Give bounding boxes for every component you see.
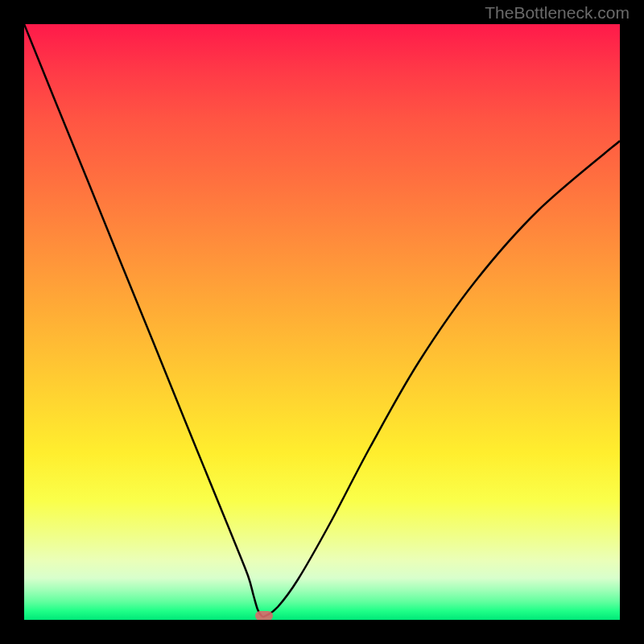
chart-plot-area (24, 24, 620, 620)
curve-svg (24, 24, 620, 620)
bottleneck-curve (24, 24, 620, 617)
optimal-point-marker (255, 611, 273, 620)
watermark-text: TheBottleneck.com (485, 3, 630, 23)
